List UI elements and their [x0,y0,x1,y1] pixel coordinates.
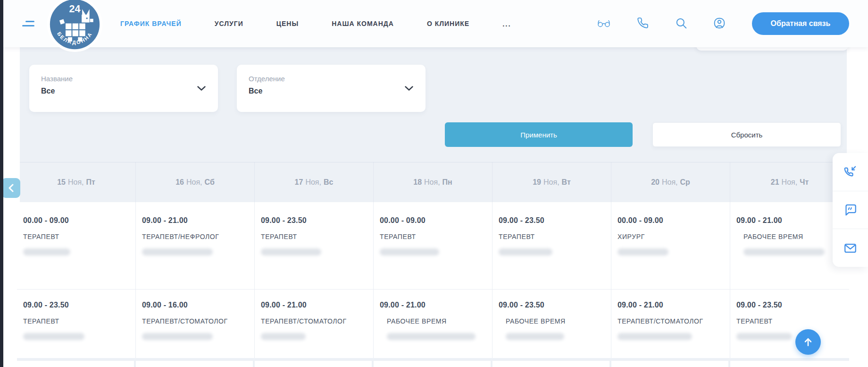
date-header: 20Ноя,Ср [611,162,730,202]
nav-item-more[interactable]: ... [502,20,511,28]
doctor-name-blurred [23,333,84,340]
account-icon[interactable] [713,17,726,30]
shift-time: 09.00 - 16.00 [142,301,248,309]
doctor-name-blurred [618,248,668,256]
callback-phone-icon[interactable] [833,153,868,191]
scroll-week-left-button[interactable] [1,178,20,198]
doctor-name-blurred [23,248,70,256]
filter-name-select[interactable]: Название Все [29,65,218,112]
filter-department-label: Отделение [249,75,426,83]
filter-name-label: Название [41,75,218,83]
doctor-name-blurred [261,248,321,256]
schedule-cell: 00.00 - 09.00 ТЕРАПЕВТ [17,202,136,290]
schedule-cell: 09.00 - 21.00 РАБОЧЕЕ ВРЕМЯ [730,202,849,290]
phone-icon[interactable] [636,17,649,30]
main-nav: ГРАФИК ВРАЧЕЙ УСЛУГИ ЦЕНЫ НАША КОМАНДА О… [120,0,511,47]
schedule-cell: 09.00 - 21.00 ТЕРАПЕВТ/СТОМАТОЛОГ [611,290,730,358]
shift-time: 09.00 - 21.00 [380,301,485,309]
clinic-logo[interactable]: 24 БЕЛАДОННА [47,0,102,52]
filter-department-select[interactable]: Отделение Все [237,65,426,112]
schedule-grid: 00.00 - 09.00 ТЕРАПЕВТ 09.00 - 21.00 ТЕР… [17,202,849,358]
apply-button[interactable]: Применить [445,122,633,147]
email-icon[interactable] [833,229,868,267]
nav-item-prices[interactable]: ЦЕНЫ [276,20,299,27]
schedule-cell: 00.00 - 09.00 ТЕРАПЕВТ [374,202,492,290]
shift-time: 09.00 - 23.50 [23,301,129,309]
reset-button[interactable]: Сбросить [652,122,841,147]
shift-time: 09.00 - 23.50 [499,301,604,309]
doctor-specialty: ХИРУРГ [618,233,723,240]
schedule-cell: 09.00 - 23.50 ТЕРАПЕВТ [730,290,849,358]
shift-time: 00.00 - 09.00 [380,216,485,225]
doctor-specialty: ТЕРАПЕВТ/СТОМАТОЛОГ [618,317,723,325]
shift-time: 00.00 - 09.00 [618,216,723,225]
doctor-specialty: ТЕРАПЕВТ [380,233,485,240]
accessibility-glasses-icon[interactable] [597,17,610,30]
hamburger-menu-icon[interactable] [19,20,33,27]
doctor-name-blurred [499,248,552,256]
search-icon[interactable] [675,17,688,30]
doctor-name-blurred [261,333,306,340]
schedule-cell: 09.00 - 23.50 ТЕРАПЕВТ [492,202,611,290]
doctor-specialty: ТЕРАПЕВТ/НЕФРОЛОГ [142,233,248,240]
doctor-specialty: ТЕРАПЕВТ [261,233,367,240]
doctor-name-blurred [736,333,792,340]
filter-name-value: Все [41,87,218,95]
chevron-left-icon [8,184,14,192]
doctor-name-blurred [380,248,439,256]
doctor-name-blurred [142,333,213,340]
chevron-down-icon [405,86,413,91]
doctor-name-blurred [743,248,825,256]
arrow-up-icon [802,336,814,348]
contact-side-panel [833,153,868,267]
doctor-specialty: ТЕРАПЕВТ [736,317,843,325]
schedule-cell: 09.00 - 16.00 ТЕРАПЕВТ/СТОМАТОЛОГ [136,290,255,358]
left-dark-edge [0,0,3,367]
shift-time: 09.00 - 21.00 [142,216,248,225]
nav-item-team[interactable]: НАША КОМАНДА [332,20,394,27]
shift-time: 09.00 - 23.50 [261,216,367,225]
chat-icon[interactable] [833,191,868,230]
doctor-specialty: РАБОЧЕЕ ВРЕМЯ [387,317,485,325]
schedule-row: 09.00 - 23.50 ТЕРАПЕВТ 09.00 - 16.00 ТЕР… [17,290,849,358]
doctor-specialty: ТЕРАПЕВТ [23,317,129,325]
schedule-cell: 00.00 - 09.00 ХИРУРГ [611,202,730,290]
shift-time: 09.00 - 21.00 [618,301,723,309]
nav-item-about[interactable]: О КЛИНИКЕ [427,20,469,27]
chevron-down-icon [197,86,206,91]
shift-time: 00.00 - 09.00 [23,216,129,225]
schedule-cell: 09.00 - 21.00 РАБОЧЕЕ ВРЕМЯ [374,290,492,358]
date-header: 18Ноя,Пн [374,162,492,202]
doctor-name-blurred [506,333,564,340]
schedule-cell: 09.00 - 21.00 ТЕРАПЕВТ/НЕФРОЛОГ [136,202,255,290]
date-header-row: 15Ноя,Пт 16Ноя,Сб 17Ноя,Вс 18Ноя,Пн 19Но… [17,162,849,202]
doctor-specialty: ТЕРАПЕВТ [499,233,604,240]
feedback-button[interactable]: Обратная связь [752,12,849,35]
doctor-specialty: ТЕРАПЕВТ [23,233,129,240]
schedule-cell: 09.00 - 21.00 ТЕРАПЕВТ/СТОМАТОЛОГ [255,290,374,358]
top-header: ГРАФИК ВРАЧЕЙ УСЛУГИ ЦЕНЫ НАША КОМАНДА О… [0,0,868,47]
date-header: 19Ноя,Вт [492,162,611,202]
next-row-partial [17,361,849,367]
schedule-row: 00.00 - 09.00 ТЕРАПЕВТ 09.00 - 21.00 ТЕР… [17,202,849,290]
date-header: 21Ноя,Чт [730,162,849,202]
doctor-name-blurred [387,333,476,340]
schedule-cell: 09.00 - 23.50 РАБОЧЕЕ ВРЕМЯ [492,290,611,358]
schedule-cell: 09.00 - 23.50 ТЕРАПЕВТ [17,290,136,358]
date-header: 16Ноя,Сб [136,162,255,202]
scroll-to-top-button[interactable] [795,329,821,355]
doctor-specialty: РАБОЧЕЕ ВРЕМЯ [743,233,843,240]
nav-item-services[interactable]: УСЛУГИ [215,20,243,27]
shift-time: 09.00 - 21.00 [261,301,367,309]
doctor-specialty: ТЕРАПЕВТ/СТОМАТОЛОГ [261,317,367,325]
date-header: 15Ноя,Пт [17,162,136,202]
doctor-name-blurred [142,248,213,256]
doctor-specialty: РАБОЧЕЕ ВРЕМЯ [506,317,604,325]
date-header: 17Ноя,Вс [255,162,374,202]
logo-24-text: 24 [69,3,81,15]
shift-time: 09.00 - 21.00 [736,216,843,225]
shift-time: 09.00 - 23.50 [499,216,604,225]
nav-item-schedule[interactable]: ГРАФИК ВРАЧЕЙ [120,20,182,27]
schedule-cell: 09.00 - 23.50 ТЕРАПЕВТ [255,202,374,290]
doctor-name-blurred [618,333,692,340]
